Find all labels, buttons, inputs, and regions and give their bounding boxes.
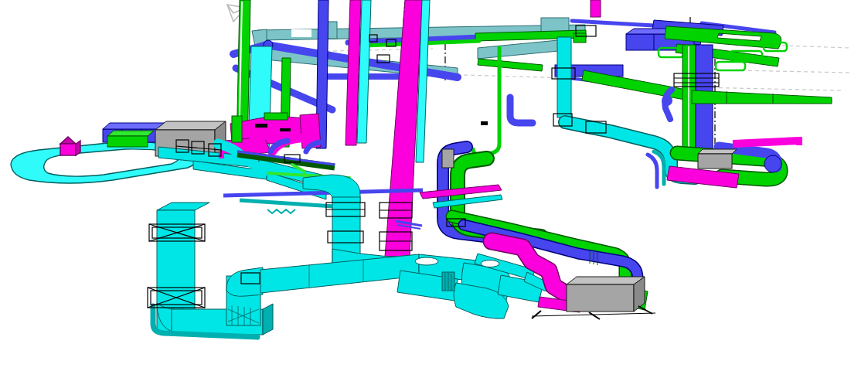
green-equipment-box	[107, 131, 154, 136]
magenta-riser-stub[interactable]	[591, 0, 601, 17]
long-green-pipe	[692, 90, 832, 104]
cyan-drop-column	[557, 37, 571, 117]
model-viewport[interactable]	[0, 0, 868, 378]
black-speck	[481, 121, 488, 125]
magenta-fitting[interactable]	[60, 137, 80, 155]
small-equipment-box	[442, 149, 454, 168]
bottom-left-duct-assembly[interactable]	[153, 203, 419, 337]
small-gray-box	[698, 154, 732, 169]
duct-gap	[291, 29, 311, 37]
model-canvas[interactable]	[0, 0, 868, 378]
